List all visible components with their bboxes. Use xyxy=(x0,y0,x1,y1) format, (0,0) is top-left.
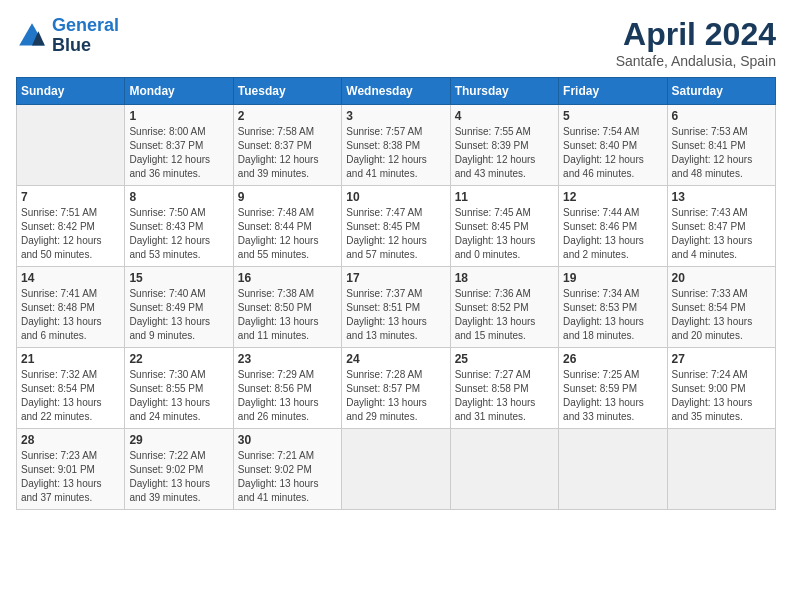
day-info: Sunrise: 7:44 AM Sunset: 8:46 PM Dayligh… xyxy=(563,206,662,262)
day-cell: 3Sunrise: 7:57 AM Sunset: 8:38 PM Daylig… xyxy=(342,105,450,186)
day-cell: 11Sunrise: 7:45 AM Sunset: 8:45 PM Dayli… xyxy=(450,186,558,267)
day-cell: 15Sunrise: 7:40 AM Sunset: 8:49 PM Dayli… xyxy=(125,267,233,348)
day-info: Sunrise: 8:00 AM Sunset: 8:37 PM Dayligh… xyxy=(129,125,228,181)
day-info: Sunrise: 7:36 AM Sunset: 8:52 PM Dayligh… xyxy=(455,287,554,343)
day-info: Sunrise: 7:23 AM Sunset: 9:01 PM Dayligh… xyxy=(21,449,120,505)
day-info: Sunrise: 7:58 AM Sunset: 8:37 PM Dayligh… xyxy=(238,125,337,181)
day-cell xyxy=(342,429,450,510)
day-info: Sunrise: 7:24 AM Sunset: 9:00 PM Dayligh… xyxy=(672,368,771,424)
header-cell-wednesday: Wednesday xyxy=(342,78,450,105)
day-number: 16 xyxy=(238,271,337,285)
day-info: Sunrise: 7:37 AM Sunset: 8:51 PM Dayligh… xyxy=(346,287,445,343)
day-cell: 21Sunrise: 7:32 AM Sunset: 8:54 PM Dayli… xyxy=(17,348,125,429)
day-cell: 17Sunrise: 7:37 AM Sunset: 8:51 PM Dayli… xyxy=(342,267,450,348)
day-info: Sunrise: 7:40 AM Sunset: 8:49 PM Dayligh… xyxy=(129,287,228,343)
day-cell xyxy=(450,429,558,510)
day-cell: 7Sunrise: 7:51 AM Sunset: 8:42 PM Daylig… xyxy=(17,186,125,267)
week-row-3: 14Sunrise: 7:41 AM Sunset: 8:48 PM Dayli… xyxy=(17,267,776,348)
day-number: 13 xyxy=(672,190,771,204)
day-info: Sunrise: 7:51 AM Sunset: 8:42 PM Dayligh… xyxy=(21,206,120,262)
day-number: 10 xyxy=(346,190,445,204)
header-cell-friday: Friday xyxy=(559,78,667,105)
day-info: Sunrise: 7:29 AM Sunset: 8:56 PM Dayligh… xyxy=(238,368,337,424)
day-cell: 23Sunrise: 7:29 AM Sunset: 8:56 PM Dayli… xyxy=(233,348,341,429)
day-number: 20 xyxy=(672,271,771,285)
header-cell-sunday: Sunday xyxy=(17,78,125,105)
day-info: Sunrise: 7:47 AM Sunset: 8:45 PM Dayligh… xyxy=(346,206,445,262)
day-number: 11 xyxy=(455,190,554,204)
day-number: 27 xyxy=(672,352,771,366)
day-info: Sunrise: 7:28 AM Sunset: 8:57 PM Dayligh… xyxy=(346,368,445,424)
day-cell: 10Sunrise: 7:47 AM Sunset: 8:45 PM Dayli… xyxy=(342,186,450,267)
day-cell: 20Sunrise: 7:33 AM Sunset: 8:54 PM Dayli… xyxy=(667,267,775,348)
location: Santafe, Andalusia, Spain xyxy=(616,53,776,69)
title-block: April 2024 Santafe, Andalusia, Spain xyxy=(616,16,776,69)
day-info: Sunrise: 7:57 AM Sunset: 8:38 PM Dayligh… xyxy=(346,125,445,181)
day-info: Sunrise: 7:34 AM Sunset: 8:53 PM Dayligh… xyxy=(563,287,662,343)
day-number: 18 xyxy=(455,271,554,285)
day-cell xyxy=(17,105,125,186)
day-info: Sunrise: 7:22 AM Sunset: 9:02 PM Dayligh… xyxy=(129,449,228,505)
day-info: Sunrise: 7:21 AM Sunset: 9:02 PM Dayligh… xyxy=(238,449,337,505)
page-header: General Blue April 2024 Santafe, Andalus… xyxy=(16,16,776,69)
day-cell: 4Sunrise: 7:55 AM Sunset: 8:39 PM Daylig… xyxy=(450,105,558,186)
day-cell: 28Sunrise: 7:23 AM Sunset: 9:01 PM Dayli… xyxy=(17,429,125,510)
day-info: Sunrise: 7:41 AM Sunset: 8:48 PM Dayligh… xyxy=(21,287,120,343)
day-cell: 19Sunrise: 7:34 AM Sunset: 8:53 PM Dayli… xyxy=(559,267,667,348)
day-cell: 5Sunrise: 7:54 AM Sunset: 8:40 PM Daylig… xyxy=(559,105,667,186)
day-info: Sunrise: 7:27 AM Sunset: 8:58 PM Dayligh… xyxy=(455,368,554,424)
day-info: Sunrise: 7:33 AM Sunset: 8:54 PM Dayligh… xyxy=(672,287,771,343)
day-number: 19 xyxy=(563,271,662,285)
day-number: 4 xyxy=(455,109,554,123)
day-number: 1 xyxy=(129,109,228,123)
day-cell: 14Sunrise: 7:41 AM Sunset: 8:48 PM Dayli… xyxy=(17,267,125,348)
day-cell: 29Sunrise: 7:22 AM Sunset: 9:02 PM Dayli… xyxy=(125,429,233,510)
day-cell: 8Sunrise: 7:50 AM Sunset: 8:43 PM Daylig… xyxy=(125,186,233,267)
day-number: 8 xyxy=(129,190,228,204)
day-number: 7 xyxy=(21,190,120,204)
day-number: 24 xyxy=(346,352,445,366)
day-cell: 25Sunrise: 7:27 AM Sunset: 8:58 PM Dayli… xyxy=(450,348,558,429)
day-cell: 24Sunrise: 7:28 AM Sunset: 8:57 PM Dayli… xyxy=(342,348,450,429)
day-number: 23 xyxy=(238,352,337,366)
day-number: 17 xyxy=(346,271,445,285)
day-info: Sunrise: 7:53 AM Sunset: 8:41 PM Dayligh… xyxy=(672,125,771,181)
day-info: Sunrise: 7:55 AM Sunset: 8:39 PM Dayligh… xyxy=(455,125,554,181)
header-cell-tuesday: Tuesday xyxy=(233,78,341,105)
day-cell: 16Sunrise: 7:38 AM Sunset: 8:50 PM Dayli… xyxy=(233,267,341,348)
day-number: 5 xyxy=(563,109,662,123)
week-row-2: 7Sunrise: 7:51 AM Sunset: 8:42 PM Daylig… xyxy=(17,186,776,267)
day-number: 14 xyxy=(21,271,120,285)
day-number: 30 xyxy=(238,433,337,447)
day-cell: 2Sunrise: 7:58 AM Sunset: 8:37 PM Daylig… xyxy=(233,105,341,186)
day-info: Sunrise: 7:32 AM Sunset: 8:54 PM Dayligh… xyxy=(21,368,120,424)
day-info: Sunrise: 7:45 AM Sunset: 8:45 PM Dayligh… xyxy=(455,206,554,262)
logo-icon xyxy=(16,20,48,52)
calendar-table: SundayMondayTuesdayWednesdayThursdayFrid… xyxy=(16,77,776,510)
header-row: SundayMondayTuesdayWednesdayThursdayFrid… xyxy=(17,78,776,105)
week-row-5: 28Sunrise: 7:23 AM Sunset: 9:01 PM Dayli… xyxy=(17,429,776,510)
day-number: 22 xyxy=(129,352,228,366)
day-cell: 13Sunrise: 7:43 AM Sunset: 8:47 PM Dayli… xyxy=(667,186,775,267)
day-cell: 27Sunrise: 7:24 AM Sunset: 9:00 PM Dayli… xyxy=(667,348,775,429)
logo: General Blue xyxy=(16,16,119,56)
day-number: 6 xyxy=(672,109,771,123)
week-row-1: 1Sunrise: 8:00 AM Sunset: 8:37 PM Daylig… xyxy=(17,105,776,186)
day-cell: 1Sunrise: 8:00 AM Sunset: 8:37 PM Daylig… xyxy=(125,105,233,186)
month-title: April 2024 xyxy=(616,16,776,53)
day-number: 9 xyxy=(238,190,337,204)
day-cell: 18Sunrise: 7:36 AM Sunset: 8:52 PM Dayli… xyxy=(450,267,558,348)
day-number: 12 xyxy=(563,190,662,204)
day-info: Sunrise: 7:30 AM Sunset: 8:55 PM Dayligh… xyxy=(129,368,228,424)
logo-text: General Blue xyxy=(52,16,119,56)
day-number: 26 xyxy=(563,352,662,366)
day-number: 21 xyxy=(21,352,120,366)
day-number: 3 xyxy=(346,109,445,123)
header-cell-saturday: Saturday xyxy=(667,78,775,105)
day-cell xyxy=(559,429,667,510)
day-cell xyxy=(667,429,775,510)
header-cell-thursday: Thursday xyxy=(450,78,558,105)
day-cell: 22Sunrise: 7:30 AM Sunset: 8:55 PM Dayli… xyxy=(125,348,233,429)
day-info: Sunrise: 7:38 AM Sunset: 8:50 PM Dayligh… xyxy=(238,287,337,343)
day-number: 29 xyxy=(129,433,228,447)
